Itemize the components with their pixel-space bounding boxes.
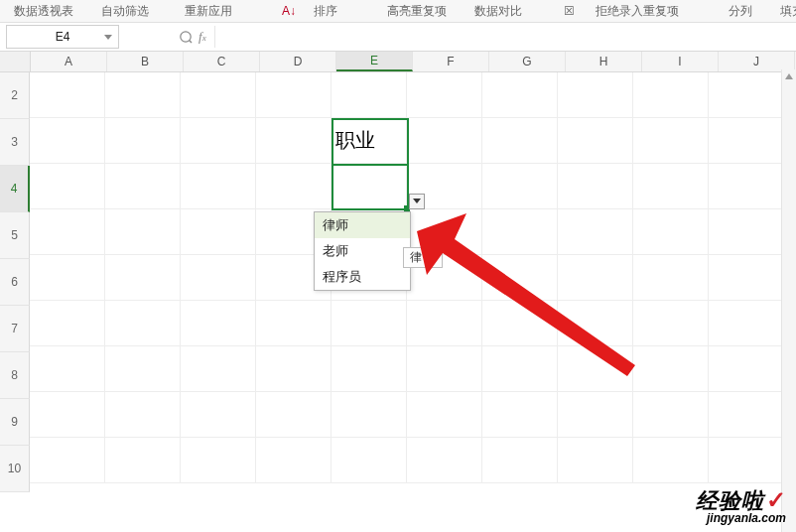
cell-B5[interactable] bbox=[105, 209, 181, 255]
cell-H2[interactable] bbox=[558, 72, 633, 118]
cell-G9[interactable] bbox=[482, 392, 558, 438]
cell-H10[interactable] bbox=[558, 438, 633, 483]
cell-A2[interactable] bbox=[30, 72, 105, 118]
cell-I2[interactable] bbox=[633, 72, 709, 118]
row-head-8[interactable]: 8 bbox=[0, 352, 30, 399]
cell-J10[interactable] bbox=[709, 438, 784, 483]
scroll-up-icon[interactable] bbox=[785, 73, 793, 79]
cell-D9[interactable] bbox=[256, 392, 332, 438]
cell-B3[interactable] bbox=[105, 118, 181, 164]
cell-F7[interactable] bbox=[407, 301, 482, 346]
cell-E8[interactable] bbox=[332, 346, 407, 392]
cell-A3[interactable] bbox=[30, 118, 105, 164]
cell-C5[interactable] bbox=[181, 209, 256, 255]
cell-C2[interactable] bbox=[181, 72, 256, 118]
cell-D10[interactable] bbox=[256, 438, 332, 483]
cell-A10[interactable] bbox=[30, 438, 105, 483]
cell-E2[interactable] bbox=[332, 72, 407, 118]
cell-J9[interactable] bbox=[709, 392, 784, 438]
dropdown-item[interactable]: 律师 bbox=[315, 212, 410, 238]
grid[interactable]: 2 3 4 5 6 7 8 9 10 职业 bbox=[0, 72, 796, 532]
cell-A8[interactable] bbox=[30, 346, 105, 392]
cell-C10[interactable] bbox=[181, 438, 256, 483]
cell-I4[interactable] bbox=[633, 164, 709, 209]
ribbon-item[interactable]: A↓排序 bbox=[268, 3, 351, 20]
ribbon-item[interactable]: 填充 bbox=[780, 3, 796, 20]
ribbon-item[interactable]: 分列 bbox=[729, 3, 752, 20]
cell-D7[interactable] bbox=[256, 301, 332, 346]
ribbon-item[interactable]: 高亮重复项 bbox=[387, 3, 447, 20]
cell-G10[interactable] bbox=[482, 438, 558, 483]
cell-H4[interactable] bbox=[558, 164, 633, 209]
cancel-icon[interactable] bbox=[179, 30, 193, 44]
cell-C3[interactable] bbox=[181, 118, 256, 164]
cell-C8[interactable] bbox=[181, 346, 256, 392]
vertical-scrollbar[interactable] bbox=[781, 69, 796, 532]
cell-A6[interactable] bbox=[30, 255, 105, 301]
cell-B4[interactable] bbox=[105, 164, 181, 209]
cell-J8[interactable] bbox=[709, 346, 784, 392]
cell-I8[interactable] bbox=[633, 346, 709, 392]
cell-D4[interactable] bbox=[256, 164, 332, 209]
col-head-J[interactable]: J bbox=[719, 52, 795, 71]
row-head-7[interactable]: 7 bbox=[0, 306, 30, 352]
cell-B2[interactable] bbox=[105, 72, 181, 118]
cell-J4[interactable] bbox=[709, 164, 784, 209]
cell-A4[interactable] bbox=[30, 164, 105, 209]
row-head-3[interactable]: 3 bbox=[0, 119, 30, 166]
cell-J5[interactable] bbox=[709, 209, 784, 255]
cell-E7[interactable] bbox=[332, 301, 407, 346]
dropdown-item[interactable]: 程序员 bbox=[315, 264, 410, 290]
cell-H8[interactable] bbox=[558, 346, 633, 392]
col-head-I[interactable]: I bbox=[642, 52, 719, 71]
cell-B10[interactable] bbox=[105, 438, 181, 483]
cell-F2[interactable] bbox=[407, 72, 482, 118]
ribbon-item[interactable]: 重新应用 bbox=[185, 3, 232, 20]
cell-A9[interactable] bbox=[30, 392, 105, 438]
col-head-E[interactable]: E bbox=[336, 52, 413, 71]
cell-I9[interactable] bbox=[633, 392, 709, 438]
cell-G5[interactable] bbox=[482, 209, 558, 255]
cell-B7[interactable] bbox=[105, 301, 181, 346]
cell-D2[interactable] bbox=[256, 72, 332, 118]
col-head-G[interactable]: G bbox=[489, 52, 566, 71]
cell-G4[interactable] bbox=[482, 164, 558, 209]
row-head-9[interactable]: 9 bbox=[0, 399, 30, 446]
fx-icon[interactable]: fx bbox=[199, 29, 206, 45]
cell-E3[interactable]: 职业 bbox=[332, 118, 407, 164]
cell-J7[interactable] bbox=[709, 301, 784, 346]
cell-C4[interactable] bbox=[181, 164, 256, 209]
row-head-4[interactable]: 4 bbox=[0, 166, 30, 212]
cell-A5[interactable] bbox=[30, 209, 105, 255]
ribbon-item[interactable]: 自动筛选 bbox=[101, 3, 149, 20]
cell-G2[interactable] bbox=[482, 72, 558, 118]
cell-F8[interactable] bbox=[407, 346, 482, 392]
row-head-10[interactable]: 10 bbox=[0, 446, 30, 492]
cell-I3[interactable] bbox=[633, 118, 709, 164]
select-all-corner[interactable] bbox=[0, 52, 31, 71]
row-head-6[interactable]: 6 bbox=[0, 259, 30, 306]
cell-D3[interactable] bbox=[256, 118, 332, 164]
dropdown-item[interactable]: 老师 bbox=[315, 238, 410, 264]
formula-input[interactable] bbox=[214, 26, 796, 48]
ribbon-item[interactable]: ☒拒绝录入重复项 bbox=[550, 3, 693, 20]
cell-B9[interactable] bbox=[105, 392, 181, 438]
cell-dropdown-button[interactable] bbox=[409, 194, 425, 209]
row-head-2[interactable]: 2 bbox=[0, 72, 30, 119]
cell-E9[interactable] bbox=[332, 392, 407, 438]
cell-D8[interactable] bbox=[256, 346, 332, 392]
col-head-B[interactable]: B bbox=[107, 52, 184, 71]
cell-I7[interactable] bbox=[633, 301, 709, 346]
cell-G3[interactable] bbox=[482, 118, 558, 164]
cell-F3[interactable] bbox=[407, 118, 482, 164]
cell-H3[interactable] bbox=[558, 118, 633, 164]
cell-H9[interactable] bbox=[558, 392, 633, 438]
cell-H7[interactable] bbox=[558, 301, 633, 346]
dropdown-list[interactable]: 律师 老师 程序员 bbox=[314, 211, 411, 291]
col-head-D[interactable]: D bbox=[260, 52, 336, 71]
cell-F9[interactable] bbox=[407, 392, 482, 438]
cell-C9[interactable] bbox=[181, 392, 256, 438]
ribbon-item[interactable]: 数据透视表 bbox=[14, 3, 73, 20]
cell-J6[interactable] bbox=[709, 255, 784, 301]
cell-B8[interactable] bbox=[105, 346, 181, 392]
